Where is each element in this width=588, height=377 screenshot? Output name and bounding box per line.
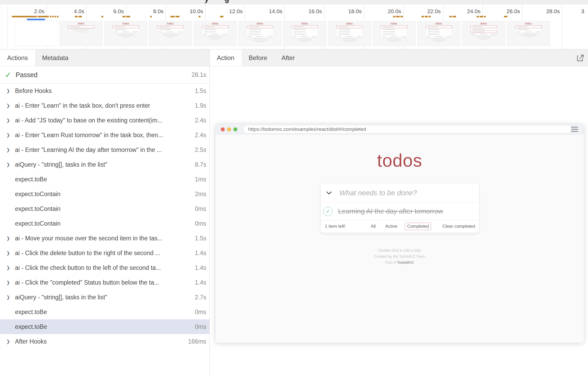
action-row[interactable]: ❯Before Hooks1.5s bbox=[0, 83, 209, 98]
action-row[interactable]: ❯After Hooks166ms bbox=[0, 334, 209, 349]
timeline-filmstrip[interactable]: 2.0s4.0s6.0s8.0s10.0s12.0s14.0s16.0s18.0… bbox=[0, 4, 588, 49]
expand-chevron-icon[interactable]: ❯ bbox=[6, 147, 12, 153]
expand-chevron-icon[interactable]: ❯ bbox=[6, 280, 12, 285]
timeline-tick-label: 2.0s bbox=[10, 8, 45, 14]
expand-chevron-icon[interactable]: ❯ bbox=[6, 162, 12, 167]
action-row[interactable]: ❯ai - Enter "Learning AI the day after t… bbox=[0, 142, 209, 157]
thumbnail-mini-row bbox=[202, 28, 228, 31]
thumbnail-mini-row bbox=[292, 28, 318, 31]
action-row[interactable]: ❯ai - Enter "Learn Rust tomorrow" in the… bbox=[0, 128, 209, 142]
todo-card-footer: 1 item left! AllActiveCompleted Clear co… bbox=[321, 220, 479, 232]
action-row[interactable]: expect.toBe0ms bbox=[0, 305, 209, 319]
tab-before[interactable]: Before bbox=[242, 49, 275, 66]
thumbnail-footer-lines bbox=[60, 29, 102, 32]
filter-completed[interactable]: Completed bbox=[405, 223, 431, 230]
todo-complete-check-icon[interactable]: ✓ bbox=[323, 207, 333, 216]
expand-chevron-icon[interactable]: ❯ bbox=[6, 250, 12, 256]
action-row-duration: 2ms bbox=[195, 191, 206, 198]
thumbnail-mini-row bbox=[247, 28, 273, 31]
expand-chevron-icon[interactable]: ❯ bbox=[6, 339, 12, 344]
clear-completed-button[interactable]: Clear completed bbox=[442, 224, 475, 229]
timeline-tick bbox=[562, 4, 562, 49]
tab-after[interactable]: After bbox=[274, 49, 302, 66]
address-bar[interactable]: https://todomvc.com/examples/react/dist/… bbox=[244, 126, 571, 133]
action-row[interactable]: expect.toContain0ms bbox=[0, 216, 209, 231]
action-span-mark bbox=[449, 16, 452, 17]
action-row[interactable]: ❯aiQuery - "string[], tasks in the list"… bbox=[0, 157, 209, 172]
filmstrip-thumbnail[interactable]: todos bbox=[373, 21, 415, 46]
thumbnail-footer-lines bbox=[462, 36, 505, 39]
action-span-mark bbox=[12, 16, 37, 17]
browser-chrome-bar: https://todomvc.com/examples/react/dist/… bbox=[215, 124, 584, 135]
filmstrip-thumbnail[interactable]: todos bbox=[418, 21, 460, 46]
traffic-light-minimize bbox=[227, 127, 231, 131]
thumbnail-footer-lines bbox=[283, 39, 326, 42]
tab-action[interactable]: Action bbox=[210, 49, 242, 66]
filmstrip-thumbnail[interactable]: todos bbox=[149, 21, 192, 46]
new-todo-placeholder[interactable]: What needs to be done? bbox=[339, 189, 417, 197]
filmstrip-thumbnail[interactable]: todos bbox=[328, 21, 371, 46]
expand-chevron-icon[interactable]: ❯ bbox=[6, 236, 12, 241]
action-span-mark bbox=[75, 16, 78, 17]
action-row[interactable]: ❯ai - Add "JS today" to base on the exis… bbox=[0, 113, 209, 128]
filter-all[interactable]: All bbox=[369, 223, 378, 230]
action-span-mark bbox=[396, 16, 400, 17]
action-row[interactable]: ❯ai - Click the "completed" Status butto… bbox=[0, 275, 209, 290]
filmstrip-thumbnail[interactable]: todos bbox=[239, 21, 281, 46]
todo-card: What needs to be done? ✓ Learning AI the… bbox=[321, 184, 479, 232]
items-left-count: 1 item left! bbox=[325, 224, 345, 229]
action-row[interactable]: expect.toContain2ms bbox=[0, 187, 209, 201]
filmstrip-thumbnail[interactable]: todos bbox=[60, 21, 102, 46]
action-row[interactable]: ❯ai - Enter "Learn" in the task box, don… bbox=[0, 98, 209, 113]
action-row-duration: 2.5s bbox=[195, 146, 206, 153]
thumbnail-mini-card bbox=[515, 26, 542, 33]
tab-metadata[interactable]: Metadata bbox=[35, 49, 76, 66]
new-todo-row[interactable]: What needs to be done? bbox=[321, 184, 479, 202]
expand-chevron-icon[interactable]: ❯ bbox=[6, 132, 12, 138]
filmstrip-thumbnail[interactable]: todos bbox=[283, 21, 326, 46]
expand-chevron-icon[interactable]: ❯ bbox=[6, 118, 12, 123]
action-span-mark bbox=[220, 16, 223, 17]
action-row-duration: 1.4s bbox=[195, 279, 206, 286]
action-row[interactable]: expect.toBe1ms bbox=[0, 172, 209, 187]
browser-snapshot-window[interactable]: https://todomvc.com/examples/react/dist/… bbox=[215, 124, 584, 343]
thumbnail-mini-card bbox=[426, 26, 452, 38]
filmstrip-thumbnail[interactable]: todos bbox=[105, 21, 147, 46]
action-row[interactable]: expect.toBe0ms bbox=[0, 319, 209, 334]
expand-chevron-icon[interactable]: ❯ bbox=[6, 265, 12, 271]
thumbnail-mini-row bbox=[336, 31, 363, 33]
action-row-label: expect.toContain bbox=[15, 191, 192, 198]
action-row[interactable]: ❯ai - Move your mouse over the second it… bbox=[0, 231, 209, 246]
open-snapshot-external-icon[interactable] bbox=[576, 53, 585, 62]
thumbnail-todos-title: todos bbox=[328, 22, 371, 25]
filter-group: AllActiveCompleted bbox=[369, 223, 431, 230]
todomvc-footer: Double-click to edit a todo Created by t… bbox=[215, 247, 584, 266]
toggle-all-chevron-icon[interactable] bbox=[326, 191, 332, 195]
action-row[interactable]: ❯ai - Click the delete button to the rig… bbox=[0, 246, 209, 260]
thumbnail-footer-lines bbox=[194, 36, 236, 39]
thumbnail-todos-title: todos bbox=[462, 22, 505, 25]
action-row[interactable]: ❯ai - Click the check button to the left… bbox=[0, 260, 209, 275]
filmstrip-thumbnail[interactable]: todos bbox=[507, 21, 550, 46]
action-row-label: ai - Add "JS today" to base on the exist… bbox=[15, 117, 192, 124]
timeline-tick-label: 26.0s bbox=[485, 8, 520, 14]
thumbnail-todos-title: todos bbox=[418, 22, 460, 25]
action-row[interactable]: expect.toContain0ms bbox=[0, 201, 209, 216]
filmstrip-thumbnail[interactable]: todos bbox=[194, 21, 236, 46]
expand-chevron-icon[interactable]: ❯ bbox=[6, 295, 12, 300]
expand-chevron-icon[interactable]: ❯ bbox=[6, 88, 12, 94]
todo-item-row[interactable]: ✓ Learning AI the day after tomorrow bbox=[321, 202, 479, 220]
thumbnail-mini-footer bbox=[471, 33, 497, 35]
action-row-duration: 2.7s bbox=[195, 294, 206, 301]
traffic-light-close bbox=[221, 127, 225, 131]
hamburger-menu-icon[interactable] bbox=[571, 126, 578, 133]
filter-active[interactable]: Active bbox=[383, 223, 399, 230]
action-row[interactable]: ❯aiQuery - "string[], tasks in the list"… bbox=[0, 290, 209, 305]
filmstrip-thumbnail[interactable] bbox=[15, 21, 57, 46]
tab-actions[interactable]: Actions bbox=[0, 49, 35, 66]
action-span-mark bbox=[400, 16, 403, 17]
timeline-tick-label: 24.0s bbox=[446, 8, 481, 14]
action-row-duration: 1.5s bbox=[195, 87, 206, 95]
expand-chevron-icon[interactable]: ❯ bbox=[6, 103, 12, 108]
filmstrip-thumbnail[interactable]: todos bbox=[462, 21, 505, 46]
